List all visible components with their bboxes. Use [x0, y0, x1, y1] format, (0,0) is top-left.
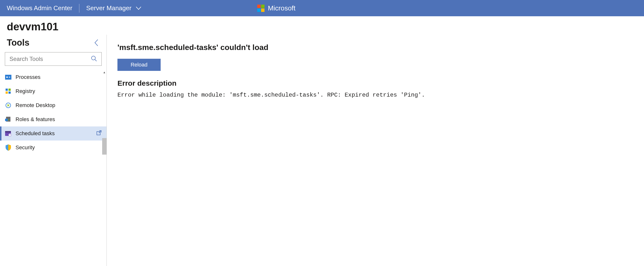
reload-button[interactable]: Reload [118, 59, 161, 71]
error-description-body: Error while loading the module: 'msft.sm… [118, 92, 633, 98]
processes-icon [5, 74, 12, 80]
roles-features-icon [5, 116, 12, 122]
microsoft-label: Microsoft [268, 4, 296, 12]
svg-rect-6 [8, 88, 11, 91]
tool-list: Processes Registry Remote Desktop [0, 70, 106, 154]
sidebar-item-remote-desktop[interactable]: Remote Desktop [0, 98, 106, 112]
context-name: Server Manager [86, 4, 131, 12]
svg-point-3 [6, 76, 8, 78]
main-content: 'msft.sme.scheduled-tasks' couldn't load… [107, 35, 644, 266]
sidebar-item-security[interactable]: Security [0, 140, 106, 154]
body: Tools Processes [0, 35, 644, 266]
sidebar-item-processes[interactable]: Processes [0, 70, 106, 84]
topbar: Windows Admin Center Server Manager Micr… [0, 0, 644, 16]
svg-rect-7 [6, 92, 8, 94]
search-icon [91, 55, 97, 62]
sidebar-item-label: Remote Desktop [16, 102, 55, 108]
microsoft-logo-icon [257, 4, 264, 12]
scheduled-tasks-icon [5, 130, 12, 136]
sidebar-item-label: Registry [16, 88, 35, 94]
chevron-left-icon [94, 39, 98, 46]
sidebar-item-label: Scheduled tasks [16, 130, 54, 137]
sidebar-item-registry[interactable]: Registry [0, 84, 106, 98]
svg-rect-2 [5, 75, 12, 80]
sidebar: Tools Processes [0, 35, 107, 266]
context-switcher[interactable]: Server Manager [86, 4, 141, 12]
chevron-down-icon [136, 6, 141, 10]
svg-point-4 [9, 76, 10, 78]
search-input[interactable] [10, 56, 91, 62]
svg-rect-14 [5, 131, 11, 132]
sidebar-item-roles-features[interactable]: Roles & features [0, 112, 106, 126]
sidebar-item-label: Processes [16, 74, 40, 80]
svg-rect-8 [8, 92, 11, 94]
search-box[interactable] [5, 52, 102, 66]
registry-icon [5, 88, 12, 94]
error-title: 'msft.sme.scheduled-tasks' couldn't load [118, 43, 633, 52]
tools-header: Tools [0, 38, 106, 52]
svg-point-0 [92, 56, 95, 60]
topbar-divider [79, 4, 79, 12]
product-name[interactable]: Windows Admin Center [7, 4, 72, 12]
scroll-up-icon[interactable]: ▲ [102, 70, 106, 74]
collapse-sidebar-button[interactable] [92, 38, 101, 47]
security-icon [5, 145, 12, 150]
sidebar-scrollbar[interactable]: ▲ [102, 70, 106, 154]
tools-title: Tools [7, 38, 29, 48]
page-title: devvm101 [0, 16, 644, 35]
popout-icon[interactable] [96, 130, 102, 137]
svg-rect-12 [8, 120, 10, 120]
sidebar-item-label: Roles & features [16, 116, 55, 122]
remote-desktop-icon [5, 102, 12, 108]
svg-line-1 [95, 60, 96, 61]
microsoft-brand[interactable]: Microsoft [257, 0, 296, 16]
sidebar-item-scheduled-tasks[interactable]: Scheduled tasks [0, 126, 106, 140]
svg-rect-5 [6, 88, 8, 91]
error-description-heading: Error description [118, 79, 633, 87]
sidebar-item-label: Security [16, 144, 35, 151]
scroll-thumb[interactable] [102, 138, 106, 154]
search-wrap [0, 52, 106, 68]
